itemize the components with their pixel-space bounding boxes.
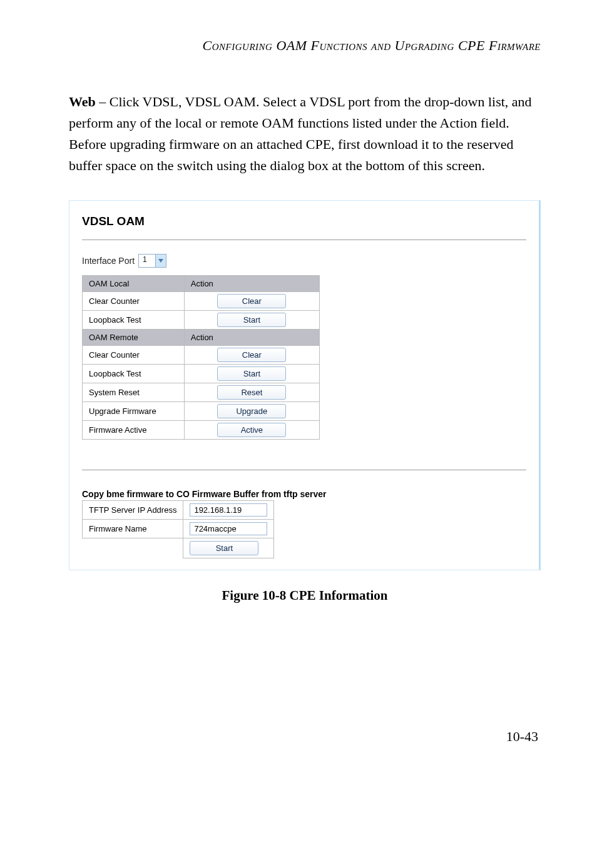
- divider: [82, 470, 526, 470]
- divider: [82, 240, 526, 240]
- copy-start-button[interactable]: Start: [190, 541, 258, 555]
- oam-local-header: OAM Local: [83, 276, 185, 292]
- system-reset-button[interactable]: Reset: [217, 385, 286, 400]
- local-clear-button[interactable]: Clear: [217, 294, 286, 308]
- interface-port-label: Interface Port: [82, 256, 135, 266]
- remote-loopback-start-button[interactable]: Start: [217, 366, 286, 381]
- firmware-name-input[interactable]: [190, 522, 267, 535]
- running-head: Configuring OAM Functions and Upgrading …: [69, 38, 541, 54]
- oam-remote-header: OAM Remote: [83, 330, 185, 346]
- remote-clear-counter-label: Clear Counter: [83, 346, 185, 365]
- body-rest: – Click VDSL, VDSL OAM. Select a VDSL po…: [69, 94, 532, 173]
- body-lead-bold: Web: [69, 94, 96, 109]
- copy-firmware-table: TFTP Server IP Address Firmware Name Sta…: [82, 500, 274, 558]
- figure-caption: Figure 10-8 CPE Information: [69, 588, 541, 603]
- firmware-active-label: Firmware Active: [83, 421, 185, 440]
- firmware-name-label: Firmware Name: [83, 520, 183, 538]
- interface-port-select[interactable]: 1: [138, 254, 166, 268]
- page-number: 10-43: [69, 729, 541, 745]
- upgrade-firmware-button[interactable]: Upgrade: [217, 404, 286, 418]
- interface-port-value: 1: [139, 255, 155, 267]
- local-clear-counter-label: Clear Counter: [83, 292, 185, 311]
- firmware-active-button[interactable]: Active: [217, 423, 286, 437]
- remote-clear-button[interactable]: Clear: [217, 348, 286, 362]
- local-loopback-start-button[interactable]: Start: [217, 313, 286, 327]
- remote-loopback-label: Loopback Test: [83, 365, 185, 383]
- screenshot-panel: VDSL OAM Interface Port 1 OAM Local Acti…: [69, 200, 541, 570]
- chevron-down-icon: [155, 255, 166, 267]
- system-reset-label: System Reset: [83, 383, 185, 402]
- panel-title: VDSL OAM: [82, 214, 526, 228]
- upgrade-firmware-label: Upgrade Firmware: [83, 402, 185, 421]
- tftp-ip-input[interactable]: [190, 503, 267, 517]
- action-header-2: Action: [184, 330, 319, 346]
- action-header: Action: [184, 276, 319, 292]
- tftp-ip-label: TFTP Server IP Address: [83, 501, 183, 520]
- local-loopback-label: Loopback Test: [83, 311, 185, 330]
- body-paragraph: Web – Click VDSL, VDSL OAM. Select a VDS…: [69, 91, 541, 176]
- oam-table: OAM Local Action Clear Counter Clear Loo…: [82, 275, 320, 440]
- copy-firmware-heading: Copy bme firmware to CO Firmware Buffer …: [82, 489, 526, 499]
